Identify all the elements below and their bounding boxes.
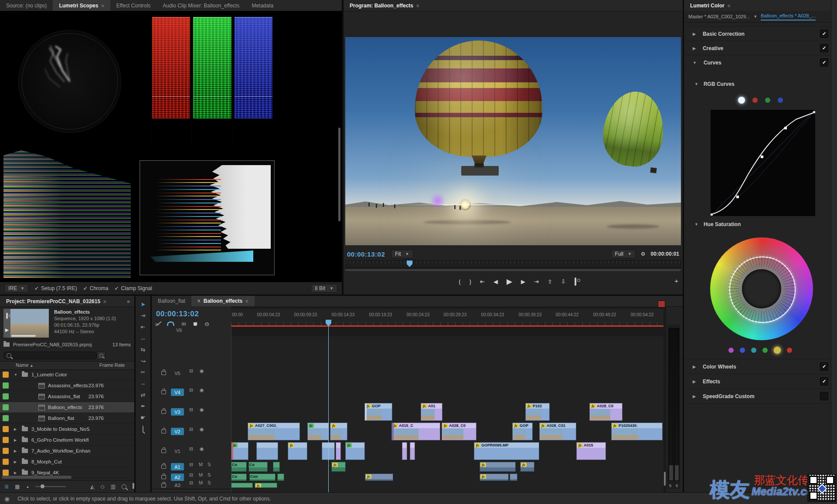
chevron-right-icon[interactable]: ▶: [693, 379, 696, 384]
track-select-forward-tool[interactable]: ⇥: [141, 312, 146, 319]
pen-tool[interactable]: ✒: [141, 403, 146, 409]
effects-checkbox[interactable]: ✓: [820, 377, 828, 386]
speedgrade-checkbox[interactable]: ✓: [820, 392, 828, 400]
timeline-clip[interactable]: fx: [307, 423, 329, 440]
curve-channel-dot-1[interactable]: [752, 98, 758, 103]
lock-icon[interactable]: [161, 449, 166, 453]
play-button[interactable]: ▶: [507, 277, 512, 286]
hue-channel-dot-1[interactable]: [740, 348, 745, 353]
chevron-right-icon[interactable]: ▶: [693, 365, 696, 369]
project-row[interactable]: Balloon_effects23.976: [0, 402, 134, 413]
color-wheels-checkbox[interactable]: ✓: [820, 362, 828, 371]
section-speedgrade-custom[interactable]: ▶ SpeedGrade Custom ✓: [684, 389, 837, 404]
timeline-clip[interactable]: [277, 474, 284, 481]
source-patch-icon[interactable]: ⊟: [189, 446, 193, 452]
panel-menu-icon[interactable]: ≡: [103, 299, 106, 304]
project-row[interactable]: ▶6_GoPro Cineform Workfl: [0, 435, 134, 446]
toggle-track-output-eye-icon[interactable]: ◉: [200, 446, 204, 452]
zoom-tool[interactable]: [143, 426, 143, 432]
bin-up-icon[interactable]: [3, 342, 10, 347]
fit-dropdown[interactable]: Fit▼: [391, 250, 413, 258]
ripple-edit-tool[interactable]: ↔: [140, 335, 146, 342]
track-header-V2[interactable]: V2⊟◉: [152, 422, 231, 442]
slip-tool[interactable]: ⇔: [140, 380, 146, 387]
mark-out-button[interactable]: }: [470, 278, 471, 285]
close-icon[interactable]: ×: [197, 298, 201, 304]
timeline-clip[interactable]: [410, 442, 415, 460]
chevron-right-icon[interactable]: ▶: [693, 394, 696, 399]
track-target-toggle[interactable]: A3: [171, 482, 184, 489]
expand-icon[interactable]: ▶: [14, 438, 17, 442]
mute-button[interactable]: M: [199, 462, 203, 467]
lock-icon[interactable]: [161, 465, 166, 469]
timeline-clip-A028_C01[interactable]: fxA028_C01: [539, 423, 576, 440]
rgb-curves-header[interactable]: ▼ RGB Curves: [694, 81, 735, 87]
play-preview-icon[interactable]: ▶: [5, 327, 9, 333]
source-patch-icon[interactable]: ⊟: [189, 480, 193, 486]
section-creative[interactable]: ▶ Creative ✓: [684, 41, 837, 55]
tab-metadata[interactable]: Metadata: [245, 0, 279, 11]
source-patch-icon[interactable]: ⊟: [189, 407, 193, 413]
source-patch-icon[interactable]: ⊟: [189, 426, 193, 432]
lock-icon[interactable]: [161, 430, 166, 433]
label-color-chip[interactable]: [3, 448, 9, 454]
label-color-chip[interactable]: [3, 372, 9, 378]
tab-balloon-flat[interactable]: Balloon_flat: [152, 296, 191, 307]
icon-view-icon[interactable]: ▦: [15, 484, 20, 490]
mute-button[interactable]: M: [199, 480, 203, 485]
preview-thumbnail[interactable]: ▶: [3, 309, 49, 338]
timeline-clip[interactable]: fx: [288, 442, 307, 460]
section-basic-correction[interactable]: ▶ Basic Correction ✓: [684, 26, 837, 41]
timeline-ruler[interactable]: 00:0000:00:04:2300:00:09:2300:00:14:2300…: [231, 309, 663, 326]
timeline-clip[interactable]: [256, 442, 278, 460]
chevron-right-icon[interactable]: ▶: [693, 32, 696, 36]
timeline-clip-Co[interactable]: Co: [231, 474, 247, 481]
track-target-toggle[interactable]: A1: [171, 463, 184, 470]
column-frame-rate[interactable]: Frame Rate: [99, 362, 125, 368]
bit-depth-dropdown[interactable]: 8 Bit▼: [311, 284, 337, 293]
solo-button[interactable]: S: [208, 472, 211, 477]
timeline-clip-A028_C0[interactable]: fxA028_C0: [442, 423, 476, 440]
toggle-track-output-eye-icon[interactable]: ◉: [200, 407, 204, 413]
zoom-out-icon[interactable]: ▲: [26, 485, 29, 489]
track-target-toggle[interactable]: V3: [171, 408, 184, 416]
timeline-clip[interactable]: [273, 462, 280, 472]
extract-button[interactable]: ⇩: [561, 278, 566, 285]
new-bin-icon[interactable]: [133, 484, 134, 489]
list-view-icon[interactable]: ≣: [4, 484, 9, 490]
rate-stretch-tool[interactable]: ↝: [141, 358, 146, 364]
timeline-clip[interactable]: fx: [345, 442, 365, 460]
tab-source[interactable]: Source: (no clips): [0, 0, 53, 11]
timeline-clip[interactable]: [231, 483, 253, 488]
automate-to-sequence-icon[interactable]: ◭: [90, 484, 94, 490]
timeline-playhead-line[interactable]: [328, 326, 329, 492]
timeline-clip[interactable]: fx: [255, 483, 277, 488]
rolling-edit-tool[interactable]: ⇆: [141, 346, 146, 353]
toggle-track-output-eye-icon[interactable]: ◉: [200, 426, 204, 432]
project-row[interactable]: ▶8_Morph_Cut: [0, 457, 134, 467]
track-target-toggle[interactable]: V1: [171, 447, 184, 455]
label-color-chip[interactable]: [3, 404, 9, 410]
go-to-in-button[interactable]: ⇤: [480, 278, 485, 285]
tab-lumetri-color[interactable]: Lumetri Color≡: [684, 0, 736, 11]
timeline-clip-Con[interactable]: Con: [249, 474, 276, 481]
creative-checkbox[interactable]: ✓: [820, 44, 828, 52]
timeline-clip[interactable]: fx: [331, 462, 346, 472]
timeline-clip-A015_C[interactable]: fxA015_C: [391, 423, 440, 440]
lock-icon[interactable]: [161, 475, 166, 479]
lock-icon[interactable]: [161, 371, 166, 375]
hue-channel-dot-5[interactable]: [787, 348, 792, 353]
timeline-clip-GOP[interactable]: fxGOP: [364, 403, 392, 421]
track-target-toggle[interactable]: V2: [171, 428, 184, 435]
program-scrubber[interactable]: [345, 260, 681, 268]
curve-channel-dot-3[interactable]: [778, 98, 783, 103]
curve-channel-dot-0[interactable]: [738, 97, 745, 104]
program-scrollbar[interactable]: [345, 268, 681, 272]
lock-icon[interactable]: [161, 484, 166, 487]
track-header-V1[interactable]: V1⊟◉: [152, 441, 231, 461]
timeline-clip-A01[interactable]: fxA01: [421, 403, 442, 421]
expand-icon[interactable]: ▶: [14, 449, 17, 453]
label-color-chip[interactable]: [3, 415, 9, 421]
timeline-clip[interactable]: fx: [231, 442, 248, 460]
track-header-V4[interactable]: V4⊟◉: [152, 382, 231, 403]
